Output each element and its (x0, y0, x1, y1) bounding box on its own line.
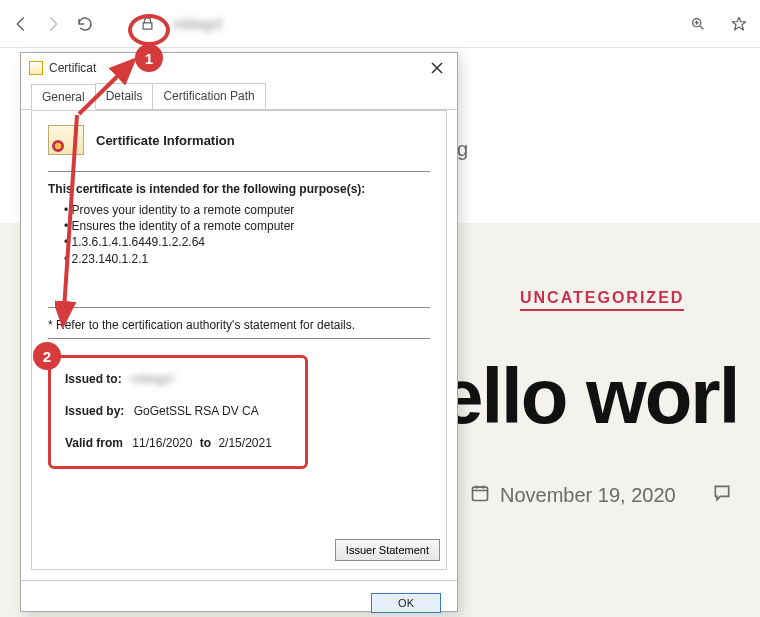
purpose-item: Proves your identity to a remote compute… (64, 202, 430, 218)
annotation-oval (128, 14, 170, 46)
reload-button[interactable] (76, 15, 94, 33)
purpose-item: 1.3.6.1.4.1.6449.1.2.2.64 (64, 234, 430, 250)
purpose-item: 2.23.140.1.2.1 (64, 251, 430, 267)
valid-to-value: 2/15/2021 (218, 436, 271, 450)
valid-from-label: Valid from (65, 436, 123, 450)
issuer-statement-button[interactable]: Issuer Statement (335, 539, 440, 561)
category-link[interactable]: UNCATEGORIZED (520, 289, 684, 311)
purpose-heading: This certificate is intended for the fol… (48, 182, 365, 196)
tab-cert-path[interactable]: Certification Path (152, 83, 265, 109)
annotation-box: Issued to: mblogсf Issued by: GoGetSSL R… (48, 355, 308, 469)
post-date: November 19, 2020 (500, 484, 676, 507)
issued-to-value: mblogсf (131, 372, 173, 386)
annotation-arrow-2 (55, 110, 95, 340)
calendar-icon (470, 483, 490, 508)
cert-dialog-icon (29, 61, 43, 75)
annotation-number-1: 1 (135, 44, 163, 72)
close-button[interactable] (425, 57, 449, 79)
purpose-item: Ensures the identity of a remote compute… (64, 218, 430, 234)
valid-to-label: to (200, 436, 211, 450)
url-text: mblogсf (173, 16, 222, 32)
forward-button[interactable] (44, 15, 62, 33)
svg-rect-1 (473, 487, 488, 500)
issued-to-label: Issued to: (65, 372, 122, 386)
back-button[interactable] (12, 15, 30, 33)
refer-text: * Refer to the certification authority's… (48, 318, 430, 339)
valid-from-value: 11/16/2020 (132, 436, 192, 450)
annotation-number-2: 2 (33, 342, 61, 370)
issued-by-label: Issued by: (65, 404, 124, 418)
svg-line-3 (63, 115, 77, 325)
zoom-icon[interactable] (690, 16, 706, 32)
ok-button[interactable]: OK (371, 593, 441, 613)
issued-by-value: GoGetSSL RSA DV CA (134, 404, 259, 418)
cert-info-heading: Certificate Information (96, 133, 235, 148)
star-icon[interactable] (730, 15, 748, 33)
post-title: ello worl (440, 351, 738, 442)
svg-line-2 (79, 60, 134, 114)
comment-icon (712, 483, 732, 508)
